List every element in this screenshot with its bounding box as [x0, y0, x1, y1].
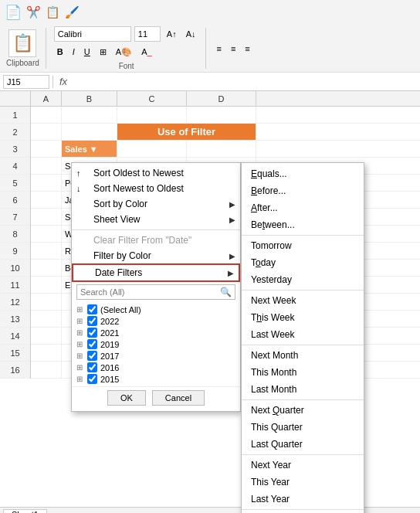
- copy-icon[interactable]: 📋: [46, 5, 60, 19]
- cell-d3[interactable]: [187, 141, 256, 157]
- cell-a7[interactable]: [31, 209, 62, 225]
- submenu-equals[interactable]: Equals...: [242, 165, 364, 182]
- underline-button[interactable]: U: [81, 44, 93, 59]
- search-input[interactable]: [80, 287, 217, 297]
- cell-a8[interactable]: [31, 226, 62, 242]
- submenu-last-week[interactable]: Last Week: [242, 326, 364, 343]
- cell-a12[interactable]: [31, 294, 62, 310]
- align-center-button[interactable]: ≡: [228, 41, 239, 56]
- checkbox-2015-input[interactable]: [87, 374, 97, 384]
- cell-b2[interactable]: [62, 124, 117, 140]
- ok-button[interactable]: OK: [107, 390, 146, 406]
- checkbox-2017[interactable]: ⊞ 2017: [76, 350, 235, 362]
- submenu-this-month[interactable]: This Month: [242, 364, 364, 381]
- checkbox-2016-input[interactable]: [87, 362, 97, 372]
- cell-a10[interactable]: [31, 260, 62, 276]
- menu-item-sheet-view[interactable]: Sheet View ▶: [72, 212, 240, 227]
- checkbox-2019[interactable]: ⊞ 2019: [76, 338, 235, 350]
- cell-a6[interactable]: [31, 192, 62, 208]
- paste-button[interactable]: 📋: [8, 29, 36, 57]
- submenu-between[interactable]: Between...: [242, 216, 364, 233]
- checkbox-2016[interactable]: ⊞ 2016: [76, 362, 235, 373]
- checkbox-2022[interactable]: ⊞ 2022: [76, 315, 235, 327]
- cell-a15[interactable]: [31, 345, 62, 361]
- submenu-last-month[interactable]: Last Month: [242, 381, 364, 398]
- file-menu-icon[interactable]: 📄: [5, 4, 22, 21]
- submenu-next-week[interactable]: Next Week: [242, 292, 364, 309]
- checkbox-2017-input[interactable]: [87, 351, 97, 361]
- cell-a5[interactable]: [31, 175, 62, 191]
- menu-item-date-filters[interactable]: Date Filters ▶: [72, 263, 240, 282]
- submenu-this-month-label: This Month: [251, 367, 296, 378]
- submenu-after-label: After...: [251, 202, 278, 213]
- cell-a14[interactable]: [31, 328, 62, 344]
- submenu-before[interactable]: Before...: [242, 182, 364, 199]
- cell-a3[interactable]: [31, 141, 62, 157]
- cell-b1[interactable]: [62, 107, 117, 123]
- submenu-before-label: Before...: [251, 185, 286, 196]
- checkbox-2019-input[interactable]: [87, 339, 97, 349]
- submenu-after[interactable]: After...: [242, 199, 364, 216]
- cell-d1[interactable]: [187, 107, 256, 123]
- submenu-last-year[interactable]: Last Year: [242, 491, 364, 508]
- cell-c1[interactable]: [117, 107, 187, 123]
- font-size-input[interactable]: [134, 26, 161, 42]
- checkbox-list: ⊞ (Select All) ⊞ 2022 ⊞ 2021 ⊞ 2019 ⊞: [72, 302, 240, 386]
- submenu-next-quarter[interactable]: Next Quarter: [242, 402, 364, 419]
- submenu-next-year-label: Next Year: [251, 460, 291, 471]
- paintbrush-icon[interactable]: 🖌️: [65, 5, 80, 19]
- submenu-next-year[interactable]: Next Year: [242, 457, 364, 474]
- cell-b3-sales[interactable]: Sales ▼: [62, 141, 117, 157]
- cell-c3[interactable]: [117, 141, 187, 157]
- cell-a16[interactable]: [31, 362, 62, 378]
- menu-item-filter-color[interactable]: Filter by Color ▶: [72, 248, 240, 263]
- submenu-yesterday[interactable]: Yesterday: [242, 271, 364, 288]
- expand-2021-icon: ⊞: [76, 328, 84, 337]
- submenu-this-week[interactable]: This Week: [242, 309, 364, 326]
- italic-button[interactable]: I: [69, 44, 78, 59]
- cell-a13[interactable]: [31, 311, 62, 327]
- align-right-button[interactable]: ≡: [242, 41, 252, 56]
- font-color-button[interactable]: A_: [138, 44, 154, 59]
- cell-reference-input[interactable]: [3, 75, 49, 89]
- bold-button[interactable]: B: [54, 44, 66, 59]
- font-name-input[interactable]: [54, 26, 131, 42]
- submenu-sep-6: [242, 509, 364, 510]
- menu-item-sort-newest[interactable]: ↓ Sort Newest to Oldest: [72, 181, 240, 196]
- submenu-last-quarter[interactable]: Last Quarter: [242, 436, 364, 453]
- formula-input[interactable]: [73, 77, 417, 87]
- submenu-today[interactable]: Today: [242, 254, 364, 271]
- checkbox-select-all[interactable]: ⊞ (Select All): [76, 304, 235, 315]
- scissors-icon[interactable]: ✂️: [26, 5, 41, 19]
- checkbox-2021[interactable]: ⊞ 2021: [76, 327, 235, 338]
- menu-search-box[interactable]: 🔍: [76, 284, 235, 300]
- cell-a1[interactable]: [31, 107, 62, 123]
- sheet-tab-sheet1[interactable]: Sheet1: [3, 509, 47, 514]
- menu-item-clear-filter[interactable]: Clear Filter From "Date": [72, 233, 240, 248]
- cell-a4[interactable]: [31, 158, 62, 174]
- cell-a11[interactable]: [31, 277, 62, 293]
- checkbox-2021-input[interactable]: [87, 328, 97, 338]
- menu-item-sort-oldest[interactable]: ↑ Sort Oldest to Newest: [72, 165, 240, 181]
- submenu-this-quarter[interactable]: This Quarter: [242, 419, 364, 436]
- align-left-button[interactable]: ≡: [214, 41, 225, 56]
- cancel-button[interactable]: Cancel: [152, 390, 205, 406]
- row-num-11: 11: [0, 277, 30, 294]
- checkbox-2022-input[interactable]: [87, 316, 97, 326]
- fill-color-button[interactable]: A🎨: [113, 44, 135, 59]
- row-num-15: 15: [0, 345, 30, 362]
- context-menu: ↑ Sort Oldest to Newest ↓ Sort Newest to…: [71, 162, 241, 412]
- cell-a2[interactable]: [31, 124, 62, 140]
- submenu-this-year[interactable]: This Year: [242, 474, 364, 491]
- cell-a9[interactable]: [31, 243, 62, 259]
- cell-c2-title[interactable]: Use of Filter: [117, 124, 256, 140]
- menu-item-sort-color[interactable]: Sort by Color ▶: [72, 196, 240, 212]
- font-shrink-button[interactable]: A↓: [183, 26, 199, 42]
- font-grow-button[interactable]: A↑: [164, 26, 180, 42]
- submenu-next-month[interactable]: Next Month: [242, 347, 364, 364]
- col-header-b: B: [62, 91, 117, 106]
- border-button[interactable]: ⊞: [97, 44, 110, 59]
- checkbox-2015[interactable]: ⊞ 2015: [76, 373, 235, 385]
- checkbox-select-all-input[interactable]: [87, 304, 97, 314]
- submenu-tomorrow[interactable]: Tomorrow: [242, 237, 364, 254]
